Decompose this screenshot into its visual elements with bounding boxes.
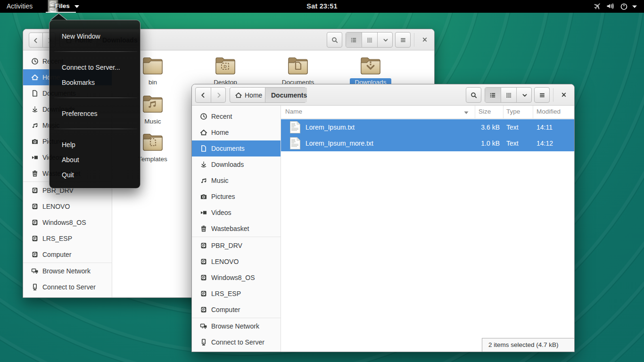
svg-text:D: D	[223, 64, 227, 69]
